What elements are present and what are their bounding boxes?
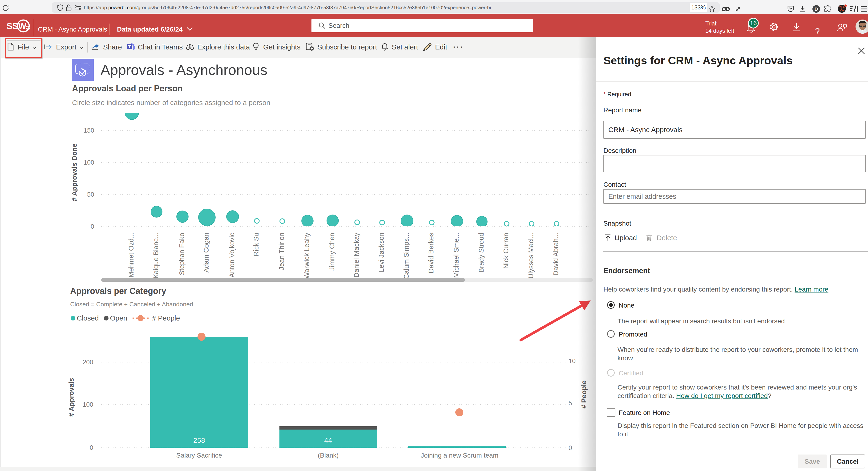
- svg-text:44: 44: [324, 436, 332, 444]
- svg-text:SSW: SSW: [7, 21, 26, 31]
- svg-text:Ulysses Macl...: Ulysses Macl...: [527, 233, 535, 278]
- svg-text:Michael Sme...: Michael Sme...: [453, 233, 460, 278]
- svg-text:(Blank): (Blank): [318, 452, 339, 459]
- svg-text:5: 5: [568, 400, 572, 407]
- svg-text:Brady Stroud: Brady Stroud: [477, 233, 485, 272]
- svg-text:Warwick Leahy: Warwick Leahy: [303, 233, 311, 279]
- svg-text:Closed = Complete + Canceled +: Closed = Complete + Canceled + Abandoned: [70, 301, 193, 308]
- svg-text:Joining a new Scrum team: Joining a new Scrum team: [421, 452, 498, 459]
- svg-text:200: 200: [83, 359, 93, 366]
- svg-text:258: 258: [193, 436, 205, 444]
- svg-text:# Approvals: # Approvals: [68, 378, 75, 417]
- svg-text:# Approvals Done: # Approvals Done: [71, 143, 78, 201]
- svg-text:David Abrah...: David Abrah...: [552, 233, 560, 275]
- svg-text:Jean Thirion: Jean Thirion: [278, 233, 285, 270]
- svg-text:Mehmet Ozd...: Mehmet Ozd...: [127, 233, 135, 277]
- svg-text:0: 0: [91, 223, 94, 230]
- svg-text:# People: # People: [152, 314, 180, 322]
- svg-text:0: 0: [90, 444, 93, 451]
- svg-text:Circle size indicates number o: Circle size indicates number of categori…: [72, 99, 270, 107]
- svg-text:Levi Jackson: Levi Jackson: [378, 233, 385, 272]
- svg-text:David Berkes: David Berkes: [427, 233, 435, 273]
- svg-text:Anton Vojkovic: Anton Vojkovic: [228, 233, 236, 277]
- svg-text:150: 150: [84, 127, 94, 134]
- svg-text:Kaique Bianc...: Kaique Bianc...: [152, 233, 160, 278]
- svg-text:Closed: Closed: [77, 314, 99, 322]
- svg-text:Approvals Load per Person: Approvals Load per Person: [72, 84, 183, 93]
- svg-text:Rick Su: Rick Su: [252, 233, 260, 256]
- svg-text:100: 100: [84, 159, 94, 166]
- svg-text:Open: Open: [110, 314, 127, 322]
- svg-text:Stephan Fako: Stephan Fako: [178, 233, 186, 275]
- svg-text:50: 50: [87, 191, 94, 198]
- svg-text:Daniel Mackay: Daniel Mackay: [353, 233, 360, 278]
- svg-text:Salary Sacrifice: Salary Sacrifice: [176, 452, 222, 459]
- svg-text:D: D: [814, 6, 818, 12]
- svg-text:Adam Cogan: Adam Cogan: [203, 233, 210, 272]
- svg-text:Approvals per Category: Approvals per Category: [70, 286, 166, 296]
- svg-text:16: 16: [750, 20, 757, 27]
- svg-text:Jimmy Chen: Jimmy Chen: [328, 233, 336, 271]
- svg-text:0: 0: [568, 444, 572, 451]
- svg-text:10: 10: [568, 357, 576, 364]
- svg-text:100: 100: [83, 401, 93, 408]
- svg-text:Calum Simps...: Calum Simps...: [403, 233, 410, 279]
- svg-text:Nick Curran: Nick Curran: [502, 233, 510, 269]
